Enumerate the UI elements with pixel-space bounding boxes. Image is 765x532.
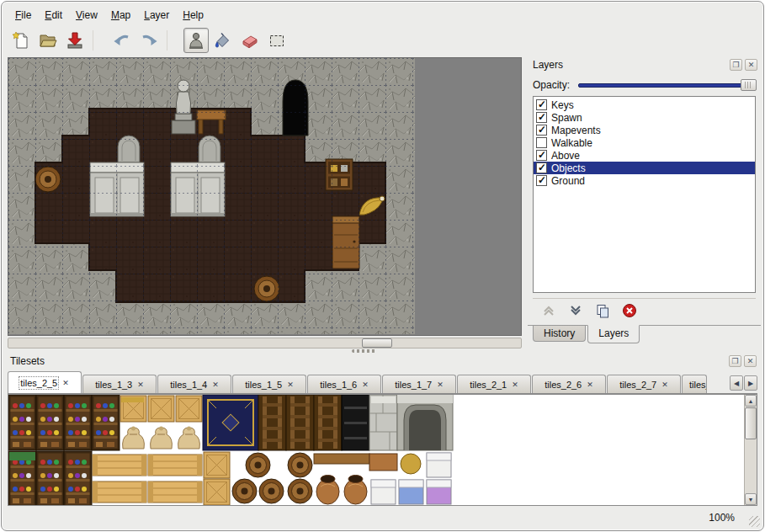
layer-name: Mapevents: [551, 125, 601, 136]
tileset-tab[interactable]: tiles_2_6 ✕: [532, 375, 606, 393]
statusbar: 100%: [2, 507, 763, 530]
close-tab-icon[interactable]: ✕: [661, 380, 668, 389]
save-button[interactable]: [62, 28, 88, 53]
tileset-tab[interactable]: tiles_1_5 ✕: [232, 375, 306, 393]
menubar: File Edit View Map Layer Help: [8, 7, 210, 24]
layer-visibility-checkbox[interactable]: [536, 175, 547, 186]
delete-icon: [622, 303, 637, 318]
close-tab-icon[interactable]: ✕: [62, 379, 69, 387]
layer-row[interactable]: Spawn: [534, 111, 755, 124]
tileset-tab[interactable]: tiles_2_7 ✕: [607, 375, 681, 393]
menu-view[interactable]: View: [69, 8, 104, 23]
tileset-vertical-scrollbar[interactable]: ▲ ▼: [744, 395, 757, 505]
open-button[interactable]: [35, 28, 61, 53]
tab-scroll-buttons: ◀ ▶: [728, 375, 757, 391]
undo-button[interactable]: [109, 28, 135, 53]
layer-row[interactable]: Mapevents: [534, 124, 755, 136]
tileset-tab[interactable]: tiles_1_7 ✕: [382, 375, 456, 393]
map-canvas[interactable]: [8, 58, 415, 334]
layer-actions-toolbar: [533, 298, 756, 322]
map-hscroll-thumb[interactable]: [362, 338, 392, 348]
scroll-tabs-left-button[interactable]: ◀: [730, 375, 743, 391]
move-layer-up-button[interactable]: [539, 301, 558, 320]
close-tab-icon[interactable]: ✕: [437, 380, 444, 389]
close-tab-icon[interactable]: ✕: [212, 380, 219, 389]
float-panel-icon[interactable]: ❐: [730, 59, 742, 71]
menu-edit[interactable]: Edit: [38, 8, 69, 23]
layer-visibility-checkbox[interactable]: [536, 125, 547, 136]
tab-layers[interactable]: Layers: [587, 325, 640, 343]
open-folder-icon: [38, 30, 58, 51]
chevron-down-icon: [568, 303, 583, 318]
opacity-slider-handle[interactable]: [741, 79, 757, 91]
tab-history[interactable]: History: [533, 326, 586, 342]
scroll-down-button[interactable]: ▼: [745, 493, 757, 505]
opacity-slider-track[interactable]: [578, 83, 756, 88]
save-icon: [65, 30, 85, 51]
move-layer-down-button[interactable]: [566, 301, 585, 320]
tileset-tab[interactable]: tiles_1_6 ✕: [307, 375, 381, 393]
tilesets-panel-title: Tilesets: [10, 355, 726, 367]
map-viewport[interactable]: [8, 57, 522, 336]
resize-grip[interactable]: [749, 516, 760, 527]
fill-bucket-icon: [213, 30, 233, 51]
layer-row[interactable]: Keys: [534, 98, 755, 111]
layer-name: Ground: [551, 175, 585, 187]
delete-layer-button[interactable]: [620, 301, 639, 320]
close-panel-icon[interactable]: ✕: [744, 355, 757, 367]
layer-visibility-checkbox[interactable]: [536, 99, 547, 110]
tileset-tab-label: tiles_1_5: [245, 380, 282, 390]
layer-row[interactable]: Objects: [534, 162, 755, 174]
layer-name: Spawn: [551, 112, 582, 124]
layer-visibility-checkbox[interactable]: [536, 112, 547, 123]
new-file-button[interactable]: [8, 28, 34, 53]
eraser-tool-button[interactable]: [237, 28, 263, 53]
undo-icon: [112, 30, 132, 51]
tileset-view[interactable]: ▲ ▼: [8, 394, 757, 506]
close-tab-icon[interactable]: ✕: [137, 380, 144, 389]
scroll-tabs-right-button[interactable]: ▶: [744, 375, 757, 391]
layer-row[interactable]: Above: [534, 149, 755, 162]
tileset-tab[interactable]: tiles_1_3 ✕: [82, 375, 157, 393]
splitter-handle[interactable]: [352, 349, 377, 353]
tileset-tab-label: tiles_1_7: [395, 380, 432, 390]
duplicate-layer-button[interactable]: [593, 301, 612, 320]
tileset-tab[interactable]: tiles_1_4 ✕: [157, 375, 231, 393]
close-tab-icon[interactable]: ✕: [287, 380, 294, 389]
stamp-tool-button[interactable]: [183, 28, 209, 53]
menu-help[interactable]: Help: [176, 8, 210, 23]
opacity-slider[interactable]: [578, 79, 756, 91]
float-panel-icon[interactable]: ❐: [729, 355, 741, 367]
close-tab-icon[interactable]: ✕: [512, 380, 518, 389]
menu-map[interactable]: Map: [104, 8, 137, 23]
layer-row[interactable]: Walkable: [534, 136, 755, 149]
tileset-tab[interactable]: tiles_2_1 ✕: [457, 375, 531, 393]
redo-button[interactable]: [136, 28, 162, 53]
opacity-label: Opacity:: [533, 79, 570, 91]
chevron-up-icon: [541, 303, 556, 318]
close-tab-icon[interactable]: ✕: [587, 380, 593, 389]
layer-name: Above: [551, 150, 580, 162]
tileset-tab-label: tiles_2_5: [20, 378, 57, 388]
tileset-tab-bar: tiles_2_5 ✕ tiles_1_3 ✕ tiles_1_4 ✕ tile…: [8, 370, 757, 394]
close-panel-icon[interactable]: ✕: [745, 59, 757, 71]
fill-tool-button[interactable]: [210, 28, 236, 53]
duplicate-icon: [595, 303, 610, 318]
select-tool-button[interactable]: [264, 28, 290, 53]
tileset-image[interactable]: [8, 395, 458, 506]
layer-name: Walkable: [551, 137, 592, 149]
close-tab-icon[interactable]: ✕: [362, 380, 369, 389]
menu-file[interactable]: File: [8, 8, 38, 23]
menu-layer[interactable]: Layer: [137, 8, 176, 23]
tileset-tab[interactable]: tiles_: [682, 375, 707, 393]
layer-visibility-checkbox[interactable]: [536, 137, 547, 148]
tileset-tab[interactable]: tiles_2_5 ✕: [8, 371, 82, 394]
layer-visibility-checkbox[interactable]: [536, 150, 547, 161]
tileset-tab-label: tiles_: [689, 380, 707, 390]
map-horizontal-scrollbar[interactable]: [8, 338, 522, 348]
layer-visibility-checkbox[interactable]: [536, 162, 547, 173]
scroll-up-button[interactable]: ▲: [745, 395, 757, 407]
tileset-vscroll-thumb[interactable]: [745, 407, 757, 439]
layer-row[interactable]: Ground: [534, 174, 755, 187]
tileset-tab-label: tiles_2_7: [619, 380, 656, 390]
